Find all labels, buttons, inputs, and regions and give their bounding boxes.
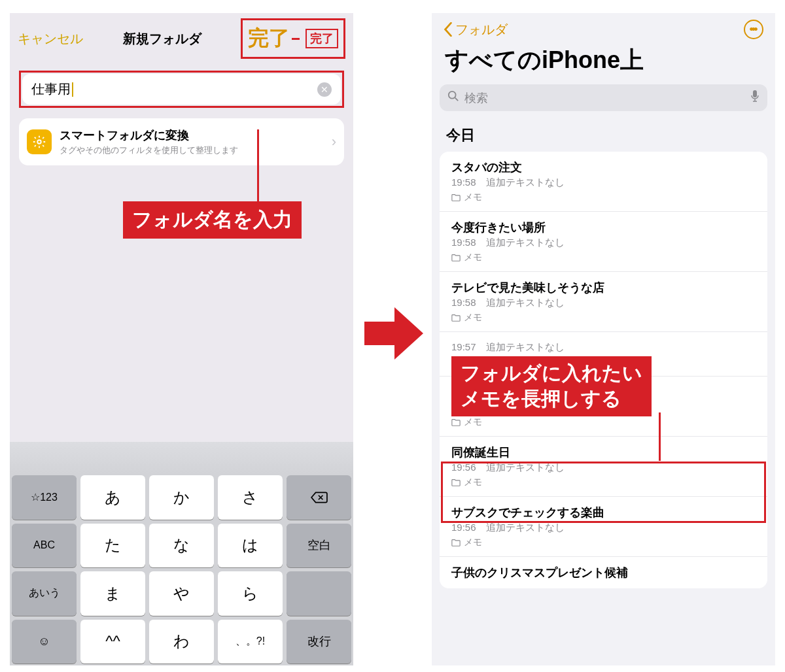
key-ra[interactable]: ら bbox=[218, 571, 283, 616]
more-button[interactable]: ••• bbox=[744, 20, 763, 39]
folder-name-field-highlight: 仕事用 ✕ bbox=[19, 71, 344, 108]
nf-header: キャンセル 新規フォルダ 完了 完了 bbox=[10, 13, 353, 67]
note-sub: 19:56 追加テキストなし bbox=[451, 462, 756, 474]
convert-to-smart-folder[interactable]: スマートフォルダに変換 タグやその他のフィルタを使用して整理します › bbox=[19, 118, 344, 165]
svg-point-0 bbox=[37, 140, 41, 144]
callout-long-press: フォルダに入れたいメモを長押しする bbox=[451, 356, 756, 416]
phone-notes-list: フォルダ ••• すべてのiPhone上 検索 今日 スタバの注文 19:58 … bbox=[432, 13, 775, 665]
note-folder: メモ bbox=[451, 537, 756, 548]
key-sa[interactable]: さ bbox=[218, 475, 283, 520]
back-button[interactable]: フォルダ bbox=[444, 21, 508, 39]
note-sub: 19:56 追加テキストなし bbox=[451, 522, 756, 534]
svg-point-1 bbox=[449, 92, 456, 99]
note-title: 子供のクリスマスプレゼント候補 bbox=[451, 565, 756, 580]
done-annotation-box: 完了 完了 bbox=[241, 18, 345, 59]
key-wa[interactable]: わ bbox=[149, 620, 214, 664]
key-punct[interactable]: 、。?! bbox=[218, 620, 283, 664]
note-folder: メモ bbox=[451, 416, 756, 428]
key-ha[interactable]: は bbox=[218, 524, 283, 568]
folder-name-value: 仕事用 bbox=[31, 80, 73, 98]
key-mode-abc[interactable]: ABC bbox=[12, 524, 77, 568]
smart-folder-title: スマートフォルダに変換 bbox=[60, 127, 332, 143]
key-na[interactable]: な bbox=[149, 524, 214, 568]
note-folder: メモ bbox=[451, 312, 756, 324]
note-sub: 19:58 追加テキストなし bbox=[451, 237, 756, 249]
folder-name-input[interactable]: 仕事用 ✕ bbox=[22, 74, 341, 105]
key-return-top[interactable] bbox=[287, 571, 351, 616]
annotation-connector bbox=[292, 38, 300, 40]
note-item[interactable]: スタバの注文 19:58 追加テキストなし メモ bbox=[440, 152, 767, 212]
note-item[interactable]: テレビで見た美味しそうな店 19:58 追加テキストなし メモ bbox=[440, 272, 767, 332]
cancel-button[interactable]: キャンセル bbox=[18, 30, 83, 48]
japanese-keyboard[interactable]: ☆123 あ か さ ABC た な は 空白 あいう ま や ら bbox=[10, 473, 353, 665]
note-folder: メモ bbox=[451, 477, 756, 488]
nr-header: フォルダ ••• bbox=[432, 13, 775, 43]
key-mode-kana[interactable]: あいう bbox=[12, 571, 77, 616]
search-placeholder: 検索 bbox=[464, 90, 750, 106]
key-a[interactable]: あ bbox=[80, 475, 145, 520]
gear-icon bbox=[27, 129, 52, 154]
nf-title: 新規フォルダ bbox=[123, 30, 201, 48]
key-ka[interactable]: か bbox=[149, 475, 214, 520]
text-cursor bbox=[72, 82, 73, 97]
note-item[interactable]: 今度行きたい場所 19:58 追加テキストなし メモ bbox=[440, 212, 767, 272]
note-item[interactable]: 子供のクリスマスプレゼント候補 bbox=[440, 557, 767, 588]
arrow-icon bbox=[364, 307, 423, 360]
key-emoji-icon[interactable]: ☺ bbox=[12, 620, 77, 664]
keyboard-suggestion-bar[interactable] bbox=[10, 442, 353, 473]
note-sub: 19:58 追加テキストなし bbox=[451, 297, 756, 309]
clear-text-icon[interactable]: ✕ bbox=[317, 82, 332, 97]
done-button[interactable]: 完了 bbox=[248, 24, 290, 53]
section-today: 今日 bbox=[432, 118, 775, 152]
page-title: すべてのiPhone上 bbox=[432, 43, 775, 82]
note-folder: メモ bbox=[451, 192, 756, 203]
mic-icon[interactable] bbox=[750, 90, 759, 106]
callout-folder-name: フォルダ名を入力 bbox=[123, 201, 344, 239]
key-dakuten[interactable]: ^^ bbox=[80, 620, 145, 664]
done-annotation-label: 完了 bbox=[305, 29, 338, 48]
note-title: スタバの注文 bbox=[451, 160, 756, 175]
key-ta[interactable]: た bbox=[80, 524, 145, 568]
key-mode-num[interactable]: ☆123 bbox=[12, 475, 77, 520]
chevron-right-icon: › bbox=[332, 133, 336, 150]
note-folder: メモ bbox=[451, 252, 756, 263]
note-title: 今度行きたい場所 bbox=[451, 220, 756, 235]
note-title: テレビで見た美味しそうな店 bbox=[451, 280, 756, 295]
key-return[interactable]: 改行 bbox=[287, 620, 351, 664]
search-input[interactable]: 検索 bbox=[440, 84, 767, 111]
search-icon bbox=[447, 90, 459, 105]
key-backspace-icon[interactable] bbox=[287, 475, 351, 520]
chevron-left-icon bbox=[444, 22, 453, 37]
smart-folder-sub: タグやその他のフィルタを使用して整理します bbox=[60, 144, 332, 156]
key-ya[interactable]: や bbox=[149, 571, 214, 616]
svg-rect-2 bbox=[753, 90, 757, 97]
note-item[interactable]: サブスクでチェックする楽曲 19:56 追加テキストなし メモ bbox=[440, 497, 767, 557]
key-ma[interactable]: ま bbox=[80, 571, 145, 616]
key-space[interactable]: 空白 bbox=[287, 524, 351, 568]
note-item[interactable]: 同僚誕生日 19:56 追加テキストなし メモ bbox=[440, 437, 767, 497]
note-title: サブスクでチェックする楽曲 bbox=[451, 505, 756, 520]
note-title: 同僚誕生日 bbox=[451, 445, 756, 460]
note-sub: 19:57 追加テキストなし bbox=[451, 341, 756, 354]
phone-new-folder: キャンセル 新規フォルダ 完了 完了 仕事用 ✕ スマートフォルダに変換 タグや… bbox=[10, 13, 353, 665]
note-sub: 19:58 追加テキストなし bbox=[451, 176, 756, 189]
